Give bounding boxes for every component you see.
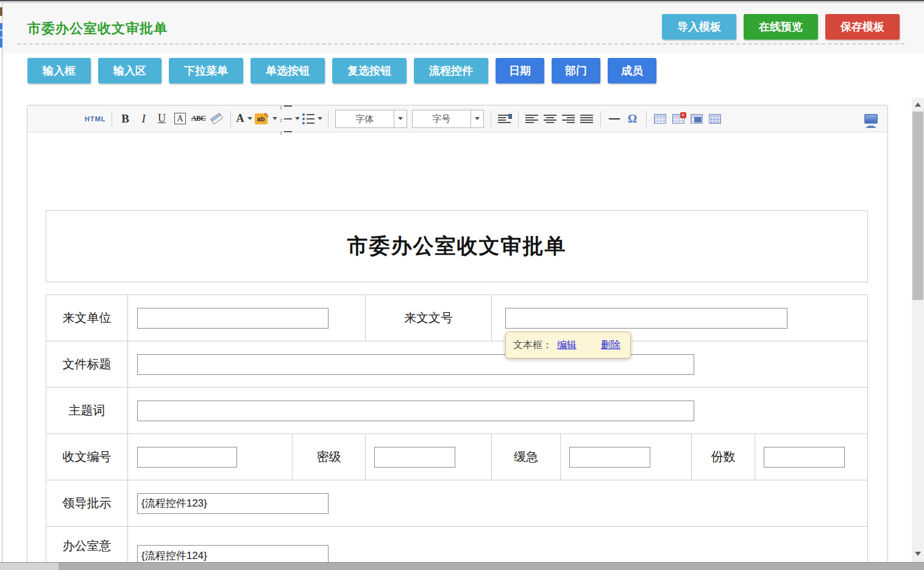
indent-button[interactable] (497, 109, 513, 129)
chevron-down-icon (272, 117, 277, 120)
doc-number-input[interactable] (505, 308, 787, 329)
table-row: 文件标题 (46, 341, 867, 387)
copies-label: 份数 (691, 434, 755, 480)
indent-icon (498, 115, 511, 123)
strikethrough-button[interactable]: ABC (191, 109, 207, 129)
add-department-button[interactable]: 部门 (552, 58, 600, 84)
leader-instructions-cell (127, 480, 867, 526)
remove-format-button[interactable] (209, 109, 225, 129)
page-header: 市委办公室收文审批单 导入模板 在线预览 保存模板 (2, 3, 924, 54)
rich-text-editor: HTML B I U A ABC A ab ✎ (27, 105, 888, 562)
online-preview-button[interactable]: 在线预览 (744, 14, 818, 40)
boxed-a-icon: A (174, 113, 185, 124)
select-arrow-button[interactable] (471, 110, 483, 127)
import-template-button[interactable]: 导入模板 (662, 14, 736, 40)
chevron-down-icon (247, 117, 252, 120)
unordered-list-icon (302, 113, 315, 124)
ordered-list-button[interactable] (280, 109, 300, 129)
unordered-list-button[interactable] (302, 109, 322, 129)
cell-properties-button[interactable] (689, 109, 705, 129)
select-arrow-button[interactable] (394, 110, 407, 127)
copies-cell (755, 434, 867, 480)
urgency-label: 缓急 (491, 434, 560, 480)
urgency-cell (560, 434, 691, 480)
toolbar-separator (646, 111, 647, 127)
align-left-button[interactable] (524, 109, 540, 129)
align-right-button[interactable] (561, 109, 577, 129)
justify-button[interactable] (579, 109, 595, 129)
scroll-down-arrow-icon[interactable] (915, 552, 921, 556)
underline-button[interactable]: U (154, 109, 170, 129)
chevron-down-icon (295, 117, 300, 120)
indent-arrow-icon (508, 114, 512, 119)
align-left-icon (525, 115, 538, 123)
table-row: 来文单位 来文文号 (46, 295, 867, 341)
bold-button[interactable]: B (118, 109, 133, 129)
toolbar-separator (112, 111, 112, 127)
chevron-down-icon (475, 117, 480, 120)
digit-1 (280, 101, 282, 112)
chevron-down-icon (398, 117, 403, 120)
document-title: 市委办公室收文审批单 (347, 232, 567, 260)
toolbar-separator (328, 111, 329, 127)
header-action-buttons: 导入模板 在线预览 保存模板 (662, 14, 900, 40)
add-radio-button[interactable]: 单选按钮 (251, 58, 325, 84)
table-properties-button[interactable] (707, 109, 723, 129)
add-input-box-button[interactable]: 输入框 (27, 58, 91, 84)
align-right-icon (562, 115, 575, 123)
incoming-unit-input[interactable] (137, 308, 329, 329)
insert-table-button[interactable] (652, 109, 668, 129)
delete-control-link[interactable]: 删除 (601, 339, 620, 352)
font-style-button[interactable]: A (172, 109, 188, 129)
font-family-select[interactable]: 字体 (335, 110, 407, 128)
justify-icon (580, 115, 593, 123)
add-flow-control-button[interactable]: 流程控件 (414, 58, 488, 84)
add-member-button[interactable]: 成员 (608, 58, 656, 84)
horizontal-rule-button[interactable] (606, 109, 622, 129)
toolbar-separator (230, 111, 231, 127)
scrollbar-thumb[interactable] (912, 112, 923, 300)
copies-input[interactable] (764, 447, 845, 468)
window-bottom-edge (0, 562, 924, 570)
save-template-button[interactable]: 保存模板 (825, 14, 900, 40)
horizontal-rule-icon (609, 118, 620, 119)
document-title-box: 市委办公室收文审批单 (46, 210, 868, 282)
leader-instructions-input[interactable] (137, 493, 329, 514)
add-input-area-button[interactable]: 输入区 (98, 58, 162, 84)
editor-document[interactable]: 市委办公室收文审批单 来文单位 来文文号 文件标题 (27, 132, 887, 569)
subject-words-input[interactable] (137, 401, 694, 421)
edit-control-link[interactable]: 编辑 (557, 339, 577, 352)
tooltip-label: 文本框： (513, 339, 552, 352)
component-toolbar: 输入框 输入区 下拉菜单 单选按钮 复选按钮 流程控件 日期 部门 成员 (27, 58, 656, 84)
font-size-select[interactable]: 字号 (412, 110, 484, 128)
secrecy-level-input[interactable] (374, 447, 455, 468)
font-color-a-icon: A (236, 112, 244, 125)
table-cell-icon (691, 114, 703, 124)
table-grid-icon (709, 114, 721, 124)
italic-button[interactable]: I (136, 109, 152, 129)
toolbar-separator (600, 111, 601, 127)
scroll-up-arrow-icon[interactable] (915, 102, 921, 107)
toolbar-separator (518, 111, 519, 127)
window-left-edge (2, 3, 2, 562)
receipt-number-label: 收文编号 (46, 434, 127, 480)
urgency-input[interactable] (569, 447, 650, 468)
incoming-unit-label: 来文单位 (46, 295, 127, 341)
align-center-button[interactable] (542, 109, 558, 129)
add-dropdown-button[interactable]: 下拉菜单 (169, 58, 243, 84)
special-char-button[interactable]: Ω (625, 109, 641, 129)
source-code-button[interactable]: HTML (85, 109, 106, 129)
add-checkbox-button[interactable]: 复选按钮 (332, 58, 407, 84)
vertical-scrollbar[interactable] (912, 98, 924, 562)
fullscreen-button[interactable] (863, 109, 879, 129)
subject-words-label: 主题词 (46, 388, 127, 433)
file-title-label: 文件标题 (46, 341, 127, 387)
form-template-designer-page: 市委办公室收文审批单 导入模板 在线预览 保存模板 输入框 输入区 下拉菜单 单… (0, 0, 924, 570)
add-date-button[interactable]: 日期 (496, 58, 544, 84)
font-color-button[interactable]: A (236, 109, 252, 129)
highlight-color-button[interactable]: ab ✎ (255, 109, 277, 129)
table-delete-icon (672, 114, 684, 124)
delete-table-button[interactable] (670, 109, 686, 129)
receipt-number-input[interactable] (137, 447, 237, 468)
page-title: 市委办公室收文审批单 (27, 20, 168, 38)
